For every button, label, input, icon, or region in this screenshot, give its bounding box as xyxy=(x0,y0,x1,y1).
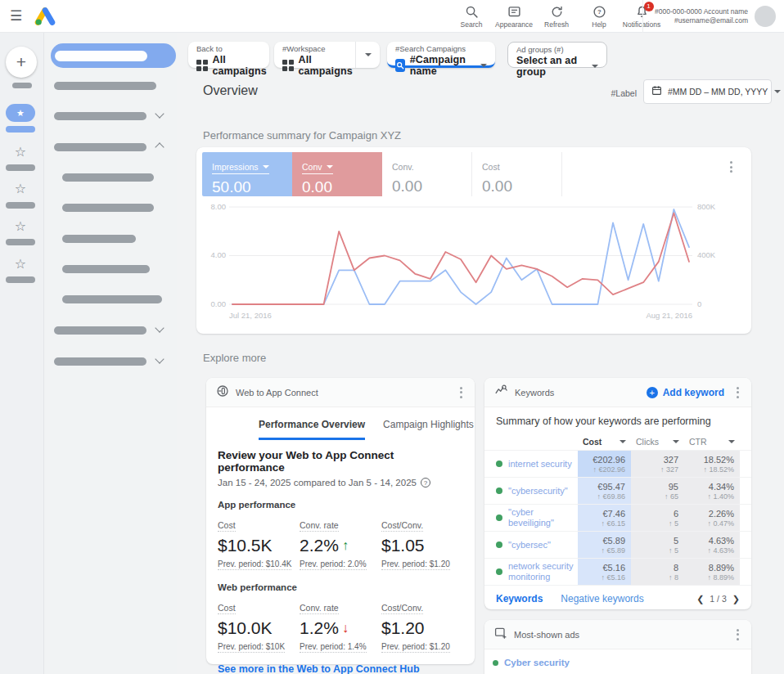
column-header-ctr[interactable]: CTR xyxy=(684,434,740,450)
workspace-chip[interactable]: #Workspace All campaigns xyxy=(274,42,380,68)
metric-value: $10.5K xyxy=(218,536,273,555)
clicks-cell: 6↑ 5 xyxy=(631,505,684,531)
y2-axis-tick: 800K xyxy=(697,202,715,211)
account-info[interactable]: #000-000-0000 Account name #username@ema… xyxy=(642,0,748,33)
nav-subitem[interactable] xyxy=(62,235,136,243)
nav-item[interactable] xyxy=(54,112,146,120)
clicks-cell: 327↑ 327 xyxy=(631,451,684,477)
table-row[interactable]: internet security €202.96↑ €202.96 327↑ … xyxy=(484,450,751,477)
search-campaign-icon xyxy=(395,59,405,72)
overflow-menu-icon[interactable] xyxy=(457,384,465,401)
nav-subitem[interactable] xyxy=(62,265,150,273)
scorecard-impressions[interactable]: Impressions 50.00 xyxy=(202,152,292,196)
nav-item[interactable] xyxy=(54,326,146,335)
tab-performance-overview[interactable]: Performance Overview xyxy=(259,419,365,440)
keyword-text: "cyber beveiliging" xyxy=(508,507,574,528)
web-to-app-icon xyxy=(216,384,229,401)
avatar[interactable] xyxy=(755,6,776,27)
workspace-dropdown-button[interactable] xyxy=(355,42,380,68)
help-circle-icon[interactable]: ? xyxy=(421,478,430,488)
keywords-link[interactable]: Keywords xyxy=(496,593,543,604)
chevron-down-icon[interactable] xyxy=(155,109,164,118)
nav-item-expanded[interactable] xyxy=(54,143,146,151)
nav-subitem[interactable] xyxy=(62,204,154,212)
scorecard-label: Conv. xyxy=(392,162,414,172)
scorecard-cost[interactable]: Cost 0.00 xyxy=(472,152,562,196)
ad-group-selector-chip[interactable]: Ad groups (#) Select an ad group xyxy=(507,42,607,68)
caret-down-icon xyxy=(327,165,333,168)
campaigns-grid-icon xyxy=(282,60,294,71)
search-button[interactable]: Search xyxy=(450,0,493,33)
metric-label: Conv. rate xyxy=(300,603,339,614)
web-performance-metrics: Cost $10.0K Prev. period: $10K Conv. rat… xyxy=(218,600,463,653)
chevron-left-icon[interactable]: ❮ xyxy=(696,594,704,604)
nav-subitem[interactable] xyxy=(62,173,154,182)
add-keyword-button[interactable]: + Add keyword xyxy=(647,387,724,398)
metric-cost-conv: Cost/Conv. $1.05 Prev. period: $1.20 xyxy=(381,517,463,570)
menu-icon[interactable]: ☰ xyxy=(10,7,26,25)
top-app-bar: ☰ Search Appearance Refresh xyxy=(0,0,784,33)
table-row[interactable]: "cyber beveiliging" €7.46↑ €6.15 6↑ 5 2.… xyxy=(484,504,751,531)
chevron-up-icon[interactable] xyxy=(155,142,164,151)
metric-prev: Prev. period: 2.0% xyxy=(300,559,367,570)
overflow-menu-icon[interactable] xyxy=(728,159,735,175)
rail-item-selected[interactable]: ★ xyxy=(6,104,35,122)
tab-campaign-highlights[interactable]: Campaign Highlights xyxy=(383,419,474,440)
google-ads-logo-icon xyxy=(34,7,56,26)
account-email: #username@email.com xyxy=(674,16,748,25)
rail-item-2[interactable]: ☆ xyxy=(12,144,29,160)
appearance-button[interactable]: Appearance xyxy=(493,0,535,33)
rail-item-3[interactable]: ☆ xyxy=(12,181,29,197)
table-row[interactable]: network security monitoring €5.16↑ €5.16… xyxy=(484,558,751,585)
caret-down-icon xyxy=(480,64,487,67)
nav-item[interactable] xyxy=(54,82,156,90)
rail-item-5[interactable]: ☆ xyxy=(12,256,29,272)
chip-eyebrow: #Workspace xyxy=(282,44,349,53)
nav-item-selected[interactable] xyxy=(51,43,176,68)
help-button[interactable]: ? Help xyxy=(578,0,620,33)
scorecard-label: Conv xyxy=(302,162,322,172)
metric-prev: Prev. period: $10.4K xyxy=(218,559,291,570)
overflow-menu-icon[interactable] xyxy=(734,627,741,643)
scorecard-conv2[interactable]: Conv. 0.00 xyxy=(382,152,472,196)
rail-item-4[interactable]: ☆ xyxy=(12,218,29,235)
x-axis-start: Jul 21, 2016 xyxy=(229,311,272,320)
negative-keywords-link[interactable]: Negative keywords xyxy=(561,593,643,604)
most-shown-ad-group[interactable]: Cyber security xyxy=(484,649,751,667)
sidebar-nav xyxy=(44,33,177,674)
table-row[interactable]: "cybersecurity" €95.47↑ €69.86 95↑ 65 4.… xyxy=(484,477,751,504)
overflow-menu-icon[interactable] xyxy=(734,384,741,401)
caret-down-icon xyxy=(728,440,735,443)
scorecards: Impressions 50.00 Conv 0.00 Conv. 0.00 C… xyxy=(202,152,562,196)
status-dot-icon xyxy=(496,541,502,548)
label-filter[interactable]: #Label xyxy=(604,88,637,98)
w2a-heading: Review your Web to App Connect performan… xyxy=(218,449,463,474)
column-header-cost[interactable]: Cost xyxy=(578,434,631,450)
campaign-selector-chip[interactable]: #Search Campaigns #Campaign name xyxy=(387,42,495,68)
cost-cell: €7.46↑ €6.15 xyxy=(578,505,631,531)
chevron-down-icon[interactable] xyxy=(155,354,164,363)
appearance-icon xyxy=(507,5,521,19)
table-row[interactable]: "cybersec" €5.89↑ €5.89 5↑ 5 4.63%↑ 4.63… xyxy=(484,531,751,558)
metric-label: Conv. rate xyxy=(300,520,339,532)
web-to-app-hub-link[interactable]: See more in the Web to App Connect Hub xyxy=(218,663,463,674)
page-title: Overview xyxy=(203,83,258,98)
chevron-down-icon[interactable] xyxy=(155,323,164,332)
back-to-all-campaigns-chip[interactable]: Back to All campaigns xyxy=(188,42,269,68)
app-performance-metrics: Cost $10.5K Prev. period: $10.4K Conv. r… xyxy=(218,517,463,570)
date-range-picker[interactable]: #MM DD – MM DD, YYYY xyxy=(643,79,772,104)
nav-item[interactable] xyxy=(54,357,146,366)
nav-subitem[interactable] xyxy=(62,295,162,303)
card-title: Most-shown ads xyxy=(514,630,579,640)
most-shown-ads-card: Most-shown ads Cyber security xyxy=(484,620,751,674)
scorecard-conv[interactable]: Conv 0.00 xyxy=(292,152,382,196)
performance-line-chart[interactable] xyxy=(229,204,692,309)
create-button[interactable]: + xyxy=(6,47,37,78)
card-title: Web to App Connect xyxy=(236,388,318,398)
caret-down-icon xyxy=(774,90,781,93)
metric-cost-conv: Cost/Conv. $1.20 Prev. period: $1.20 xyxy=(381,600,463,653)
keywords-card: Keywords + Add keyword Summary of how yo… xyxy=(484,378,751,609)
refresh-button[interactable]: Refresh xyxy=(535,0,578,33)
column-header-clicks[interactable]: Clicks xyxy=(631,434,684,450)
chevron-right-icon[interactable]: ❯ xyxy=(732,594,740,604)
